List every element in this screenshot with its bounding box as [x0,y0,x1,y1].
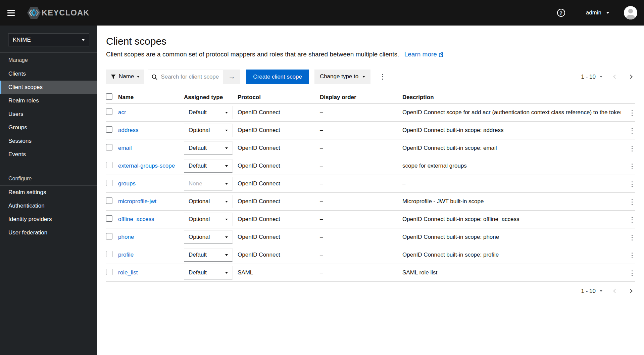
filter-icon [111,74,116,79]
scope-name-link[interactable]: external-groups-scope [118,163,175,169]
create-client-scope-button[interactable]: Create client scope [246,70,309,84]
chevron-right-icon [628,75,633,79]
row-checkbox[interactable] [106,233,112,239]
sidebar-item[interactable]: Events [0,148,97,161]
row-kebab-menu-icon[interactable] [629,232,636,244]
table-row: address Optional OpenID Connect – OpenID… [106,122,635,139]
sidebar-item[interactable]: Groups [0,121,97,134]
sidebar-item-label: Realm settings [8,189,46,196]
row-kebab-menu-icon[interactable] [629,267,636,279]
row-kebab-menu-icon[interactable] [629,250,636,262]
pagination-next-button[interactable] [627,72,634,81]
row-checkbox[interactable] [106,269,112,275]
assigned-type-value: Default [189,252,207,258]
row-checkbox[interactable] [106,180,112,186]
assigned-type-select[interactable]: Default [184,266,233,279]
scope-name-link[interactable]: offline_access [118,216,154,222]
scope-name-link[interactable]: address [118,127,138,133]
chevron-down-icon [225,201,228,203]
select-all-checkbox[interactable] [106,93,112,100]
row-checkbox[interactable] [106,126,112,133]
assigned-type-select[interactable]: Optional [184,124,233,137]
assigned-type-value: None [189,180,202,187]
chevron-right-icon [628,289,633,293]
scope-name-link[interactable]: email [118,145,132,151]
scope-name-link[interactable]: groups [118,180,136,187]
assigned-type-select[interactable]: Default [184,106,233,119]
realm-selector[interactable]: KNIME [8,34,89,46]
row-kebab-menu-icon[interactable] [629,196,636,208]
scope-name-link[interactable]: profile [118,252,134,258]
protocol-cell: SAML [238,269,320,276]
assigned-type-select[interactable]: Optional [184,195,233,208]
search-type-dropdown[interactable]: Name [106,70,144,84]
pagination-next-button[interactable] [627,286,634,296]
sidebar-item[interactable]: Client scopes [0,81,97,94]
help-icon[interactable]: ? [557,9,565,17]
row-checkbox[interactable] [106,162,112,168]
scope-name-link[interactable]: role_list [118,269,138,276]
change-type-dropdown[interactable]: Change type to [314,70,370,84]
searchbox: → [148,70,240,84]
column-header-display-order: Display order [320,94,402,101]
assigned-type-select[interactable]: Default [184,141,233,155]
row-checkbox[interactable] [106,251,112,257]
row-kebab-menu-icon[interactable] [629,161,636,173]
row-checkbox[interactable] [106,215,112,222]
scope-name-link[interactable]: microprofile-jwt [118,198,156,205]
sidebar-item[interactable]: Clients [0,67,97,81]
pagination-prev-button[interactable] [612,286,619,296]
description-cell: OpenID Connect built-in scope: address [402,127,621,134]
sidebar-item[interactable]: Realm roles [0,94,97,107]
column-header-protocol: Protocol [238,94,320,101]
display-order-cell: – [320,269,402,276]
page-description-text: Client scopes are a common set of protoc… [106,51,399,58]
display-order-cell: – [320,127,402,134]
row-checkbox[interactable] [106,197,112,204]
menu-toggle-icon[interactable] [7,10,15,16]
sidebar-item-label: Clients [8,71,26,77]
sidebar-item-label: Groups [8,124,27,131]
sidebar-item[interactable]: Users [0,107,97,121]
user-menu[interactable]: admin [586,9,609,16]
learn-more-link[interactable]: Learn more [404,51,444,58]
table-row: groups None OpenID Connect – – [106,175,635,193]
table-row: microprofile-jwt Optional OpenID Connect… [106,193,635,211]
assigned-type-select[interactable]: None [184,177,233,190]
row-checkbox[interactable] [106,108,112,115]
pagination-range-dropdown[interactable]: 1 - 10 [581,74,602,80]
row-kebab-menu-icon[interactable] [629,178,636,190]
row-kebab-menu-icon[interactable] [629,125,636,137]
row-kebab-menu-icon[interactable] [629,214,636,226]
scope-name-link[interactable]: acr [118,109,126,116]
row-kebab-menu-icon[interactable] [629,107,636,119]
search-submit-button[interactable]: → [224,70,240,84]
sidebar-item[interactable]: Authentication [0,199,97,213]
row-kebab-menu-icon[interactable] [629,143,636,155]
assigned-type-select[interactable]: Optional [184,230,233,244]
assigned-type-select[interactable]: Default [184,248,233,262]
avatar[interactable] [624,6,637,19]
toolbar-kebab-menu-icon[interactable] [379,71,386,83]
description-cell: OpenID Connect built-in scope: offline_a… [402,216,621,223]
pagination-prev-button[interactable] [612,72,619,81]
nav-section-configure: Configure Realm settings Authentication … [0,171,97,239]
realm-name: KNIME [13,37,31,43]
sidebar-item[interactable]: User federation [0,226,97,239]
search-input[interactable] [148,70,223,84]
assigned-type-select[interactable]: Default [184,159,233,173]
sidebar-item[interactable]: Realm settings [0,186,97,199]
scope-name-link[interactable]: phone [118,234,134,240]
pagination-range-dropdown[interactable]: 1 - 10 [581,288,602,295]
sidebar-item[interactable]: Sessions [0,134,97,148]
row-checkbox[interactable] [106,144,112,150]
description-cell: scope for external groups [402,163,621,169]
protocol-cell: OpenID Connect [238,216,320,223]
sidebar-item[interactable]: Identity providers [0,213,97,226]
chevron-down-icon [225,272,228,274]
username: admin [586,9,601,16]
assigned-type-select[interactable]: Optional [184,213,233,226]
display-order-cell: – [320,198,402,205]
pagination-range-label: 1 - 10 [581,288,596,295]
assigned-type-value: Optional [189,234,210,240]
